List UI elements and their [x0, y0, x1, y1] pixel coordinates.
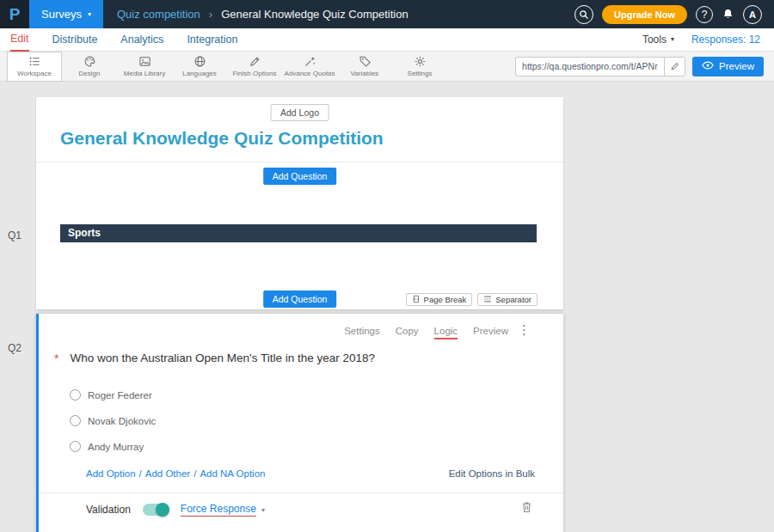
image-icon: [138, 55, 151, 68]
toolbar-item-label: Workspace: [17, 70, 52, 77]
tools-menu[interactable]: Tools ▾: [642, 34, 674, 46]
survey-url-input[interactable]: [516, 61, 664, 71]
question-copy-action[interactable]: Copy: [396, 326, 419, 339]
surveys-menu[interactable]: Surveys ▾: [29, 0, 103, 28]
separator-label: Separator: [495, 295, 531, 304]
question-settings-action[interactable]: Settings: [344, 326, 380, 339]
avatar[interactable]: A: [743, 5, 762, 24]
answer-option: Novak Djokovic: [70, 415, 156, 426]
search-icon[interactable]: [574, 5, 593, 24]
preview-button[interactable]: Preview: [692, 57, 764, 76]
answer-option-label[interactable]: Andy Murray: [88, 442, 144, 452]
palette-icon: [83, 55, 96, 68]
radio-button[interactable]: [70, 389, 81, 401]
questionpro-logo[interactable]: P: [0, 0, 29, 28]
chevron-down-icon: ▾: [261, 506, 265, 514]
chevron-down-icon: ▾: [671, 36, 674, 43]
gear-icon: [414, 55, 427, 68]
tag-icon: [359, 55, 372, 68]
answer-option: Andy Murray: [70, 441, 144, 452]
topbar: P Surveys ▾ Quiz competition › General K…: [0, 0, 774, 28]
chevron-down-icon: ▾: [88, 11, 91, 18]
toolbar-item-design[interactable]: Design: [62, 52, 117, 82]
nav-right: Tools ▾ Responses: 12: [642, 34, 764, 46]
notifications-bell-icon[interactable]: [722, 8, 734, 21]
toolbar-item-media-library[interactable]: Media Library: [117, 52, 172, 82]
add-logo-button[interactable]: Add Logo: [270, 104, 329, 121]
toolbar-item-label: Languages: [182, 70, 217, 77]
divider: [39, 492, 563, 493]
tab-integration[interactable]: Integration: [187, 28, 237, 52]
toolbar-item-label: Finish Options: [232, 70, 276, 77]
required-asterisk: *: [54, 352, 58, 365]
survey-nav: Edit Distribute Analytics Integration To…: [0, 28, 774, 52]
toolbar-item-advance-quotas[interactable]: Advance Quotas: [282, 52, 337, 82]
preview-label: Preview: [719, 61, 754, 71]
toolbar-item-variables[interactable]: Variables: [337, 52, 392, 82]
force-response-dropdown[interactable]: Force Response ▾: [181, 503, 265, 517]
add-option-links: Add Option/Add Other/Add NA Option: [86, 468, 265, 479]
separator-icon: [483, 295, 492, 305]
toolbar-item-languages[interactable]: Languages: [172, 52, 227, 82]
topbar-actions: Upgrade Now ? A: [574, 5, 774, 24]
help-icon[interactable]: ?: [696, 6, 713, 23]
answer-option-label[interactable]: Roger Federer: [88, 390, 152, 401]
toolbar-item-label: Media Library: [124, 70, 165, 77]
insert-controls: Page Break Separator: [406, 293, 538, 306]
survey-title[interactable]: General Knowledge Quiz Competition: [60, 128, 384, 149]
separator-button[interactable]: Separator: [477, 293, 538, 306]
question-logic-action[interactable]: Logic: [434, 326, 458, 339]
add-option-link[interactable]: Add Option: [86, 468, 136, 479]
add-question-button-top[interactable]: Add Question: [263, 168, 337, 185]
toggle-knob: [156, 503, 169, 517]
breadcrumb: Quiz competition › General Knowledge Qui…: [117, 8, 408, 21]
question-q1-section-header[interactable]: Sports: [60, 224, 537, 242]
breadcrumb-current: General Knowledge Quiz Competition: [221, 8, 408, 21]
validation-toggle[interactable]: [143, 504, 169, 516]
page-break-label: Page Break: [424, 295, 467, 304]
pencil-icon: [249, 55, 261, 68]
toolbar-item-finish-options[interactable]: Finish Options: [227, 52, 282, 82]
add-question-button-bottom[interactable]: Add Question: [263, 290, 337, 308]
page-break-button[interactable]: Page Break: [406, 293, 473, 306]
radio-button[interactable]: [70, 441, 81, 452]
edit-options-in-bulk-link[interactable]: Edit Options in Bulk: [449, 468, 535, 479]
question-number-q2: Q2: [8, 342, 22, 354]
responses-count[interactable]: Responses: 12: [691, 34, 760, 46]
edit-url-pencil-icon[interactable]: [664, 58, 685, 76]
upgrade-now-button[interactable]: Upgrade Now: [602, 5, 687, 24]
tab-analytics[interactable]: Analytics: [120, 28, 163, 52]
question-q2-card: Settings Copy Logic Preview ⋮ * Who won …: [36, 314, 563, 532]
surveys-label: Surveys: [41, 8, 82, 21]
chevron-right-icon: ›: [209, 8, 212, 21]
question-preview-action[interactable]: Preview: [473, 326, 508, 339]
divider: [36, 162, 563, 162]
toolbar-item-workspace[interactable]: Workspace: [7, 52, 62, 82]
question-text[interactable]: Who won the Australian Open Men's Title …: [70, 352, 375, 364]
kebab-menu-icon[interactable]: ⋮: [518, 323, 531, 336]
link-separator: /: [194, 468, 196, 479]
answer-option-label[interactable]: Novak Djokovic: [88, 416, 156, 426]
link-separator: /: [139, 468, 142, 479]
eye-icon: [702, 61, 714, 71]
validation-label: Validation: [86, 504, 131, 516]
force-response-label: Force Response: [181, 503, 256, 517]
tab-distribute[interactable]: Distribute: [52, 28, 98, 52]
delete-question-trash-icon[interactable]: [521, 501, 532, 516]
globe-icon: [194, 55, 206, 68]
add-na-option-link[interactable]: Add NA Option: [200, 468, 265, 479]
question-number-q1: Q1: [8, 229, 22, 242]
survey-editor-canvas: Q1 Q2 Add Logo General Knowledge Quiz Co…: [0, 82, 774, 532]
question-actions: Settings Copy Logic Preview: [344, 326, 508, 339]
questionpro-app: P Surveys ▾ Quiz competition › General K…: [0, 0, 774, 532]
radio-button[interactable]: [70, 415, 81, 426]
toolbar-item-settings[interactable]: Settings: [392, 52, 447, 82]
answer-option: Roger Federer: [70, 389, 152, 401]
toolbar-item-label: Advance Quotas: [284, 70, 335, 77]
tab-edit[interactable]: Edit: [10, 28, 29, 52]
validation-row: Validation Force Response ▾: [86, 502, 265, 517]
workspace-list-icon: [28, 55, 41, 68]
add-other-link[interactable]: Add Other: [145, 468, 190, 479]
breadcrumb-parent[interactable]: Quiz competition: [117, 8, 200, 21]
magic-wand-icon: [304, 55, 316, 68]
